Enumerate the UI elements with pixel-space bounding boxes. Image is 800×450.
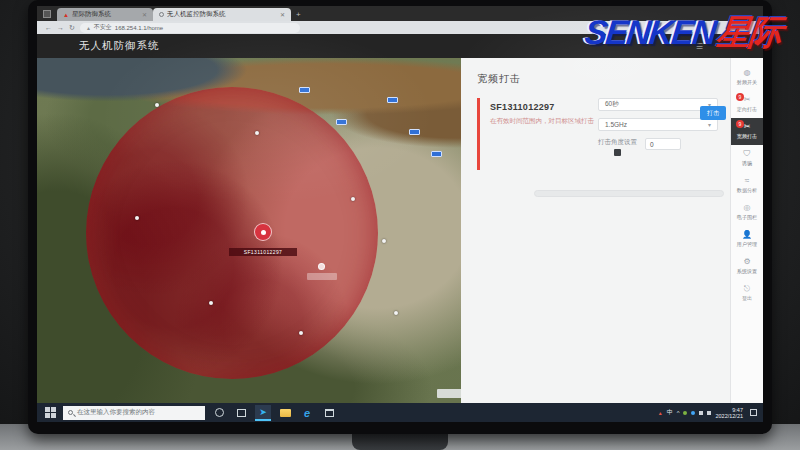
security-label: 不安全 xyxy=(94,23,112,32)
wave-icon: ✂ xyxy=(744,123,751,131)
red-triangle-favicon: ▲ xyxy=(63,12,69,18)
browser-tab-1[interactable]: ▲ 星际防御系统 ✕ xyxy=(57,8,153,21)
clock-date: 2022/12/21 xyxy=(715,413,743,419)
taskbar-clock[interactable]: 9:47 2022/12/21 xyxy=(715,407,743,419)
cortana-button[interactable] xyxy=(211,405,227,421)
fence-icon: ◎ xyxy=(744,204,751,212)
active-app-button[interactable]: ➤ xyxy=(255,405,271,421)
sidebar-item-user-management[interactable]: 👤 用户管理 xyxy=(731,226,763,253)
device-card: SF1311012297 在有效时间范围内，对目标区域打击 60秒 ▾ 1.5G… xyxy=(477,98,714,170)
browser-app-icon xyxy=(43,10,51,18)
road-sign-marker xyxy=(409,129,420,135)
sidebar-item-label: 用户管理 xyxy=(737,240,757,248)
users-icon: 👤 xyxy=(742,231,752,239)
strike-zone-circle xyxy=(86,87,378,379)
forward-icon[interactable]: → xyxy=(57,24,64,31)
url-text: 168.254.1.1/home xyxy=(115,25,163,31)
sidebar-item-label: 系统设置 xyxy=(737,267,757,275)
angle-setting-row: 打击角度设置 0 xyxy=(598,138,681,156)
new-tab-button[interactable]: + xyxy=(296,10,301,19)
device-marker-label: SF1311012297 xyxy=(229,248,297,256)
cortana-icon xyxy=(215,408,224,417)
sidebar-item-directional-strike[interactable]: 9 ✂ 定向打击 xyxy=(731,91,763,118)
tab-title: 无人机监控防御系统 xyxy=(167,10,277,19)
satellite-map[interactable]: SF1311012297 xyxy=(37,58,461,403)
logo-suffix-text: 星际 xyxy=(715,13,783,51)
tray-alert-icon[interactable]: ▲ xyxy=(658,410,663,416)
close-tab-icon[interactable]: ✕ xyxy=(280,11,285,18)
sidebar-item-logout[interactable]: ⎋ 登出 xyxy=(731,280,763,307)
file-explorer-button[interactable] xyxy=(277,405,293,421)
poi-marker xyxy=(255,131,259,135)
monitor-bezel: ▲ 星际防御系统 ✕ 无人机监控防御系统 ✕ + ← → ↻ ▲ 不安全 168… xyxy=(28,0,772,434)
chart-icon: ≈ xyxy=(745,177,749,185)
edge-browser-button[interactable]: e xyxy=(299,405,315,421)
road-sign-marker xyxy=(431,151,442,157)
poi-marker xyxy=(382,239,386,243)
reload-icon[interactable]: ↻ xyxy=(69,24,75,32)
sidebar-item-rf-switch[interactable]: ◍ 射频开关 xyxy=(731,64,763,91)
angle-label: 打击角度设置 xyxy=(598,138,637,147)
poi-marker xyxy=(351,197,355,201)
poi-marker xyxy=(299,331,303,335)
network-icon[interactable] xyxy=(707,411,711,415)
panel-title: 宽频打击 xyxy=(477,72,714,86)
sidebar-item-label: 定向打击 xyxy=(737,105,757,113)
band-value: 1.5GHz xyxy=(605,121,627,128)
sidebar-item-label: 数据分析 xyxy=(737,186,757,194)
globe-favicon xyxy=(159,12,164,17)
tray-app-icon-blue[interactable] xyxy=(691,411,695,415)
sidebar-item-data-analysis[interactable]: ≈ 数据分析 xyxy=(731,172,763,199)
poi-marker xyxy=(209,301,213,305)
strike-panel: 宽频打击 SF1311012297 在有效时间范围内，对目标区域打击 60秒 ▾… xyxy=(461,58,730,403)
device-marker[interactable] xyxy=(254,223,272,241)
sidebar-item-geofence[interactable]: ◎ 电子围栏 xyxy=(731,199,763,226)
volume-icon[interactable] xyxy=(699,411,703,415)
poi-marker[interactable] xyxy=(318,263,325,270)
band-select[interactable]: 1.5GHz ▾ xyxy=(598,118,718,131)
sidebar-item-label: 诱骗 xyxy=(742,159,752,167)
tray-expand-icon[interactable]: ^ xyxy=(677,410,680,416)
search-placeholder: 在这里输入你要搜索的内容 xyxy=(77,408,155,417)
power-slider-track[interactable] xyxy=(534,190,724,197)
system-tray: ▲ 中 ^ 9:47 2022/12/21 xyxy=(658,407,757,419)
close-tab-icon[interactable]: ✕ xyxy=(142,11,147,18)
folder-icon xyxy=(280,409,291,417)
shield-icon: 🛡 xyxy=(743,150,751,158)
task-view-button[interactable] xyxy=(233,405,249,421)
page-title: 无人机防御系统 xyxy=(79,39,160,53)
windows-taskbar: 在这里输入你要搜索的内容 ➤ e ▲ 中 ^ 9:47 2022/12/21 xyxy=(37,403,763,422)
taskbar-search-input[interactable]: 在这里输入你要搜索的内容 xyxy=(63,406,205,420)
not-secure-icon: ▲ xyxy=(86,25,91,31)
screen: ▲ 星际防御系统 ✕ 无人机监控防御系统 ✕ + ← → ↻ ▲ 不安全 168… xyxy=(37,6,763,422)
sidebar-item-system-settings[interactable]: ⚙ 系统设置 xyxy=(731,253,763,280)
alert-badge: 9 xyxy=(736,120,744,128)
chevron-down-icon: ▾ xyxy=(708,121,711,128)
road-sign-marker xyxy=(336,119,347,125)
poi-marker xyxy=(135,216,139,220)
sidebar-item-label: 射频开关 xyxy=(737,78,757,86)
sidebar-item-decoy[interactable]: 🛡 诱骗 xyxy=(731,145,763,172)
logout-icon: ⎋ xyxy=(744,285,750,293)
start-button[interactable] xyxy=(43,406,57,420)
poi-marker xyxy=(155,103,159,107)
angle-input[interactable]: 0 xyxy=(645,138,681,150)
alert-badge: 9 xyxy=(736,93,744,101)
map-attribution xyxy=(437,389,461,398)
sidebar-item-wideband-strike[interactable]: 9 ✂ 宽频打击 xyxy=(731,118,763,145)
store-button[interactable] xyxy=(321,405,337,421)
task-view-icon xyxy=(237,409,246,417)
ime-indicator[interactable]: 中 xyxy=(667,408,673,417)
tab-title: 星际防御系统 xyxy=(72,10,139,19)
crosshair-icon: ✂ xyxy=(744,96,751,104)
tray-app-icon-green[interactable] xyxy=(683,411,687,415)
gear-icon: ⚙ xyxy=(743,258,750,266)
angle-checkbox[interactable] xyxy=(614,149,621,156)
url-field[interactable]: ▲ 不安全 168.254.1.1/home xyxy=(80,23,300,33)
strike-button[interactable]: 打击 xyxy=(700,106,726,120)
notification-center-icon[interactable] xyxy=(750,409,757,416)
road-sign-marker xyxy=(299,87,310,93)
device-marker-dot xyxy=(261,230,266,235)
back-icon[interactable]: ← xyxy=(45,24,52,31)
browser-tab-2[interactable]: 无人机监控防御系统 ✕ xyxy=(153,8,291,21)
